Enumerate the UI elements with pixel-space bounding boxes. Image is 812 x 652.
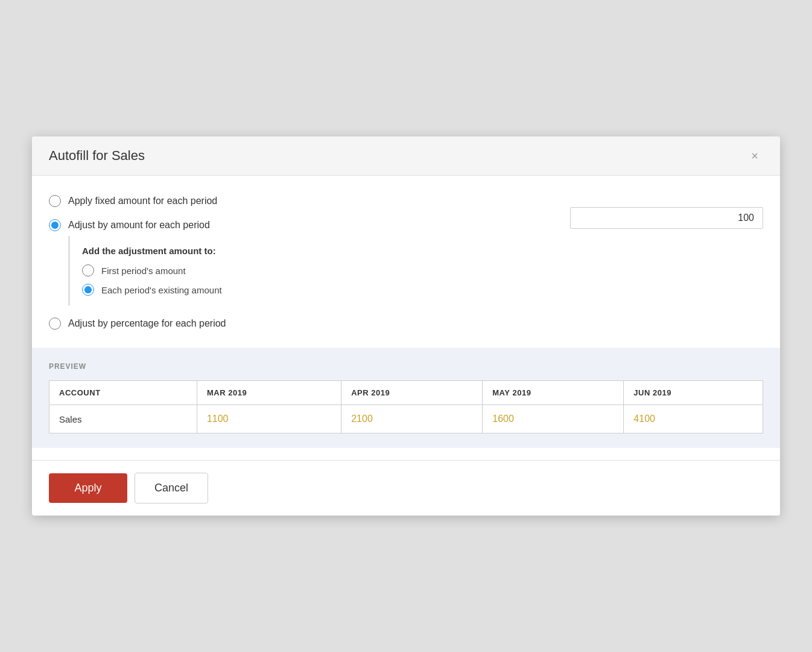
first-period-label[interactable]: First period's amount: [101, 266, 186, 276]
apply-button[interactable]: Apply: [49, 473, 127, 503]
autofill-modal: Autofill for Sales × Apply fixed amount …: [32, 136, 780, 516]
fixed-amount-option: Apply fixed amount for each period: [49, 195, 763, 207]
fixed-amount-label[interactable]: Apply fixed amount for each period: [68, 196, 217, 206]
adjust-amount-option: Adjust by amount for each period: [49, 219, 234, 231]
close-button[interactable]: ×: [746, 147, 763, 164]
modal-header: Autofill for Sales ×: [32, 136, 780, 176]
cell-jun: 4100: [624, 405, 763, 433]
adjust-percentage-radio[interactable]: [49, 318, 61, 330]
adjust-percentage-option: Adjust by percentage for each period: [49, 318, 763, 330]
table-row: Sales 1100 2100 1600 4100: [49, 405, 763, 433]
col-account: ACCOUNT: [49, 381, 197, 405]
table-header-row: ACCOUNT MAR 2019 APR 2019 MAY 2019 JUN 2…: [49, 381, 763, 405]
col-apr2019: APR 2019: [341, 381, 483, 405]
modal-footer: Apply Cancel: [32, 460, 780, 516]
sub-section-heading: Add the adjustment amount to:: [82, 246, 222, 256]
modal-body: Apply fixed amount for each period Adjus…: [32, 176, 780, 460]
adjust-left: Adjust by amount for each period Add the…: [49, 219, 234, 305]
col-may2019: MAY 2019: [483, 381, 624, 405]
cell-apr: 2100: [341, 405, 483, 433]
each-period-option: Each period's existing amount: [82, 284, 222, 296]
preview-section: PREVIEW ACCOUNT MAR 2019 APR 2019 MAY 20…: [32, 348, 780, 448]
cell-mar: 1100: [197, 405, 341, 433]
col-jun2019: JUN 2019: [624, 381, 763, 405]
preview-label: PREVIEW: [49, 362, 763, 371]
adjust-amount-wrapper: Adjust by amount for each period Add the…: [49, 219, 763, 305]
each-period-label[interactable]: Each period's existing amount: [101, 285, 222, 295]
first-period-radio[interactable]: [82, 264, 94, 276]
fixed-amount-radio[interactable]: [49, 195, 61, 207]
preview-table: ACCOUNT MAR 2019 APR 2019 MAY 2019 JUN 2…: [49, 380, 763, 433]
cell-may: 1600: [483, 405, 624, 433]
cancel-button[interactable]: Cancel: [135, 473, 208, 503]
adjust-amount-label[interactable]: Adjust by amount for each period: [68, 220, 210, 231]
amount-input[interactable]: [570, 207, 763, 229]
cell-account: Sales: [49, 405, 197, 433]
each-period-radio[interactable]: [82, 284, 94, 296]
modal-title: Autofill for Sales: [49, 148, 145, 164]
options-section: Apply fixed amount for each period Adjus…: [49, 195, 763, 330]
adjust-percentage-label[interactable]: Adjust by percentage for each period: [68, 318, 226, 329]
sub-options-section: Add the adjustment amount to: First peri…: [68, 236, 234, 305]
first-period-option: First period's amount: [82, 264, 222, 276]
adjust-amount-radio[interactable]: [49, 219, 61, 231]
amount-input-wrapper: [570, 207, 763, 229]
adjust-amount-row: Adjust by amount for each period Add the…: [49, 219, 763, 305]
col-mar2019: MAR 2019: [197, 381, 341, 405]
